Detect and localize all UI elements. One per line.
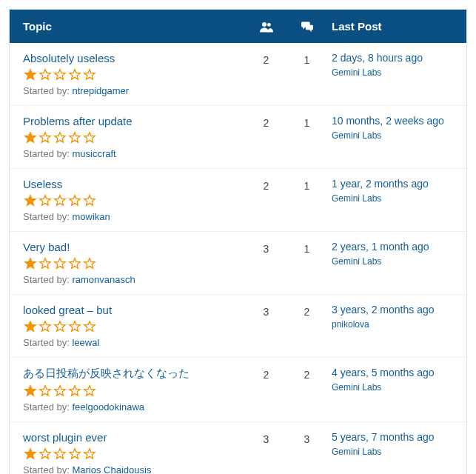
- started-by-label: Started by:: [23, 85, 72, 96]
- last-post-time-link[interactable]: 3 years, 2 months ago: [332, 304, 453, 316]
- last-post-author-link[interactable]: Gemini Labs: [332, 130, 381, 141]
- table-header: Topic Last Post: [10, 10, 466, 43]
- last-post-cell: 3 years, 2 months agopnikolova: [327, 304, 453, 348]
- last-post-cell: 1 year, 2 months agoGemini Labs: [327, 178, 453, 222]
- last-post-time-link[interactable]: 1 year, 2 months ago: [332, 178, 453, 190]
- rating-stars: [23, 256, 246, 271]
- last-post-author-link[interactable]: Gemini Labs: [332, 67, 381, 78]
- rating-stars: [23, 67, 246, 82]
- topic-author-link[interactable]: feelgoodokinawa: [72, 401, 144, 413]
- topic-title-link[interactable]: Useless: [23, 178, 62, 190]
- replies-count: 1: [286, 241, 327, 285]
- table-row: UselessStarted by: mowikan211 year, 2 mo…: [10, 169, 466, 232]
- voices-count: 3: [246, 241, 286, 285]
- topic-author-link[interactable]: musiccraft: [72, 148, 115, 159]
- header-replies-icon: [286, 21, 327, 33]
- voices-count: 2: [246, 52, 286, 96]
- rating-stars: [23, 447, 246, 461]
- last-post-time-link[interactable]: 10 months, 2 weeks ago: [332, 115, 453, 127]
- replies-count: 1: [286, 115, 327, 159]
- topic-author-link[interactable]: Marios Chaidousis: [72, 464, 151, 474]
- voices-count: 3: [246, 304, 286, 348]
- started-by-label: Started by:: [23, 337, 72, 348]
- started-by-label: Started by:: [23, 401, 72, 413]
- topic-author-link[interactable]: mowikan: [72, 211, 110, 222]
- replies-count: 1: [286, 52, 327, 96]
- svg-point-1: [267, 22, 270, 26]
- topic-cell: Absolutely uselessStarted by: ntrepidgam…: [23, 52, 246, 96]
- topic-title-link[interactable]: Problems after update: [23, 115, 133, 127]
- svg-point-0: [262, 22, 267, 27]
- rating-stars: [23, 384, 246, 398]
- topic-cell: ある日投稿が反映されなくなったStarted by: feelgoodokina…: [23, 367, 246, 413]
- topic-title-link[interactable]: looked great – but: [23, 304, 112, 316]
- last-post-cell: 10 months, 2 weeks agoGemini Labs: [327, 115, 453, 159]
- started-by-label: Started by:: [23, 464, 72, 474]
- header-topic: Topic: [23, 20, 246, 33]
- last-post-time-link[interactable]: 2 days, 8 hours ago: [332, 52, 453, 64]
- topic-cell: Problems after updateStarted by: musiccr…: [23, 115, 246, 159]
- last-post-author-link[interactable]: pnikolova: [332, 319, 369, 330]
- started-by-label: Started by:: [23, 274, 72, 285]
- last-post-cell: 2 days, 8 hours agoGemini Labs: [327, 52, 453, 96]
- replies-count: 1: [286, 178, 327, 222]
- started-by: Started by: musiccraft: [23, 148, 246, 159]
- last-post-cell: 4 years, 5 months agoGemini Labs: [327, 367, 453, 413]
- started-by-label: Started by:: [23, 211, 72, 222]
- topic-title-link[interactable]: ある日投稿が反映されなくなった: [23, 367, 190, 381]
- started-by: Started by: ntrepidgamer: [23, 85, 246, 96]
- topic-cell: looked great – butStarted by: leewal: [23, 304, 246, 348]
- rating-stars: [23, 319, 246, 334]
- last-post-author-link[interactable]: Gemini Labs: [332, 382, 381, 393]
- last-post-author-link[interactable]: Gemini Labs: [332, 256, 381, 267]
- replies-count: 2: [286, 367, 327, 413]
- rating-stars: [23, 130, 246, 145]
- table-row: ある日投稿が反映されなくなったStarted by: feelgoodokina…: [10, 358, 466, 422]
- topic-author-link[interactable]: ntrepidgamer: [72, 85, 129, 96]
- replies-count: 2: [286, 304, 327, 348]
- topic-cell: Very bad!Started by: ramonvanasch: [23, 241, 246, 285]
- voices-count: 2: [246, 115, 286, 159]
- last-post-author-link[interactable]: Gemini Labs: [332, 447, 381, 457]
- last-post-cell: 2 years, 1 month agoGemini Labs: [327, 241, 453, 285]
- voices-count: 2: [246, 178, 286, 222]
- topic-author-link[interactable]: ramonvanasch: [72, 274, 135, 285]
- last-post-time-link[interactable]: 5 years, 7 months ago: [332, 431, 453, 443]
- started-by: Started by: mowikan: [23, 211, 246, 222]
- started-by: Started by: Marios Chaidousis: [23, 464, 246, 474]
- table-row: worst plugin everStarted by: Marios Chai…: [10, 422, 466, 474]
- last-post-time-link[interactable]: 4 years, 5 months ago: [332, 367, 453, 378]
- table-row: Problems after updateStarted by: musiccr…: [10, 106, 466, 169]
- started-by: Started by: leewal: [23, 337, 246, 348]
- replies-count: 3: [286, 431, 327, 474]
- topic-title-link[interactable]: Absolutely useless: [23, 52, 115, 64]
- started-by: Started by: ramonvanasch: [23, 274, 246, 285]
- last-post-cell: 5 years, 7 months agoGemini Labs: [327, 431, 453, 474]
- voices-count: 3: [246, 431, 286, 474]
- table-row: Very bad!Started by: ramonvanasch312 yea…: [10, 232, 466, 295]
- topic-title-link[interactable]: Very bad!: [23, 241, 70, 253]
- header-voices-icon: [246, 21, 286, 33]
- started-by-label: Started by:: [23, 148, 72, 159]
- topic-author-link[interactable]: leewal: [72, 337, 99, 348]
- rating-stars: [23, 193, 246, 208]
- last-post-time-link[interactable]: 2 years, 1 month ago: [332, 241, 453, 253]
- header-last-post: Last Post: [327, 20, 453, 33]
- started-by: Started by: feelgoodokinawa: [23, 401, 246, 413]
- last-post-author-link[interactable]: Gemini Labs: [332, 193, 381, 204]
- topic-title-link[interactable]: worst plugin ever: [23, 431, 107, 444]
- topic-cell: UselessStarted by: mowikan: [23, 178, 246, 222]
- table-row: looked great – butStarted by: leewal323 …: [10, 295, 466, 358]
- forum-topics-table: Topic Last Post Absolutely uselessStarte…: [9, 9, 467, 474]
- table-row: Absolutely uselessStarted by: ntrepidgam…: [10, 43, 466, 106]
- topic-cell: worst plugin everStarted by: Marios Chai…: [23, 431, 246, 474]
- voices-count: 2: [246, 367, 286, 413]
